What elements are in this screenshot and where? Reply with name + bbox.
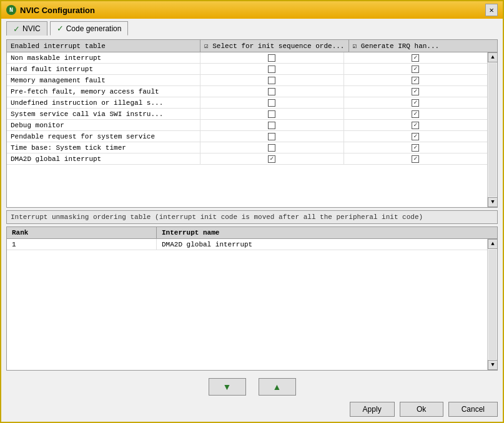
checkbox-select-3[interactable] (268, 88, 275, 95)
cell-generate-6[interactable] (344, 120, 488, 130)
cell-select-5[interactable] (200, 109, 344, 119)
cell-select-2[interactable] (200, 75, 344, 85)
tab-code-generation[interactable]: ✓ Code generation (50, 21, 129, 36)
cell-generate-4[interactable] (344, 97, 488, 108)
move-up-button[interactable]: ▲ (259, 378, 296, 396)
scroll-up-arrow[interactable]: ▲ (488, 52, 497, 62)
title-bar: N NVIC Configuration ✕ (1, 1, 503, 19)
ordering-scroll-thumb[interactable] (488, 250, 497, 359)
cell-name-1: Hard fault interrupt (7, 64, 200, 74)
table-row: Pre-fetch fault, memory access fault (7, 86, 487, 97)
ordering-cell-rank-0: 1 (7, 239, 157, 250)
checkbox-select-1[interactable] (268, 66, 275, 73)
cell-generate-3[interactable] (344, 86, 488, 97)
close-button[interactable]: ✕ (485, 4, 498, 16)
table-row: Memory management fault (7, 75, 487, 86)
table-row: System service call via SWI instru... (7, 109, 487, 120)
content-area: Enabled interrupt table ☑ Select for ini… (1, 36, 503, 374)
checkbox-select-2[interactable] (268, 77, 275, 84)
tab-code-label: Code generation (66, 24, 122, 33)
checkbox-generate-2[interactable] (412, 77, 419, 84)
checkbox-generate-6[interactable] (412, 122, 419, 129)
tab-nvic-label: NVIC (22, 24, 41, 33)
cell-name-9: DMA2D global interrupt (7, 153, 200, 164)
checkbox-select-4[interactable] (268, 99, 275, 107)
scroll-thumb[interactable] (488, 63, 497, 197)
table-row: Undefined instruction or illegal s... (7, 97, 487, 109)
checkbox-select-8[interactable] (268, 144, 275, 152)
table-row: Hard fault interrupt (7, 64, 487, 75)
cell-select-8[interactable] (200, 142, 344, 153)
tab-nvic[interactable]: ✓ NVIC (6, 21, 47, 36)
cell-generate-5[interactable] (344, 109, 488, 119)
table-row: Non maskable interrupt (7, 52, 487, 64)
cell-generate-2[interactable] (344, 75, 488, 85)
table-row: DMA2D global interrupt (7, 153, 487, 165)
cell-select-3[interactable] (200, 86, 344, 97)
cell-generate-7[interactable] (344, 131, 488, 142)
interrupt-table-section: Enabled interrupt table ☑ Select for ini… (6, 39, 498, 208)
ordering-row: 1 DMA2D global interrupt (7, 239, 487, 250)
cancel-button[interactable]: Cancel (448, 402, 498, 417)
move-down-button[interactable]: ▼ (209, 378, 246, 396)
checkbox-generate-4[interactable] (412, 99, 419, 107)
cell-select-4[interactable] (200, 97, 344, 108)
col-select: ☑ Select for init sequence orde... (200, 40, 349, 52)
checkbox-generate-8[interactable] (412, 144, 419, 152)
ordering-label: Interrupt unmasking ordering table (inte… (6, 210, 498, 224)
ordering-scroll-container: 1 DMA2D global interrupt ▲ ▼ (7, 239, 497, 370)
cell-select-1[interactable] (200, 64, 344, 74)
bottom-buttons-row: Apply Ok Cancel (1, 398, 503, 422)
ordering-scrollbar[interactable]: ▲ ▼ (487, 239, 497, 370)
table-scroll-container: Non maskable interrupt Hard fault interr… (7, 52, 497, 207)
cell-generate-8[interactable] (344, 142, 488, 153)
checkbox-generate-3[interactable] (412, 88, 419, 95)
checkbox-generate-9[interactable] (412, 155, 419, 163)
checkbox-generate-0[interactable] (412, 54, 419, 62)
window-icon: N (6, 5, 16, 15)
cell-name-3: Pre-fetch fault, memory access fault (7, 86, 200, 97)
cell-generate-9[interactable] (344, 153, 488, 164)
ordering-cell-name-0: DMA2D global interrupt (157, 239, 487, 250)
cell-name-6: Debug monitor (7, 120, 200, 130)
ok-button[interactable]: Ok (400, 402, 443, 417)
cell-name-7: Pendable request for system service (7, 131, 200, 142)
interrupt-table-body: Non maskable interrupt Hard fault interr… (7, 52, 487, 207)
checkbox-select-6[interactable] (268, 122, 275, 129)
col-generate: ☑ Generate IRQ han... (349, 40, 498, 52)
ordering-scroll-down[interactable]: ▼ (488, 360, 497, 370)
apply-button[interactable]: Apply (350, 402, 395, 417)
cell-select-7[interactable] (200, 131, 344, 142)
cell-name-8: Time base: System tick timer (7, 142, 200, 153)
checkbox-generate-7[interactable] (412, 133, 419, 140)
ordering-scroll-up[interactable]: ▲ (488, 239, 497, 249)
cell-name-4: Undefined instruction or illegal s... (7, 97, 200, 108)
checkbox-select-5[interactable] (268, 110, 275, 118)
checkbox-select-7[interactable] (268, 133, 275, 140)
checkbox-generate-5[interactable] (412, 110, 419, 118)
ordering-table-section: Rank Interrupt name 1 DMA2D global inter… (6, 226, 498, 371)
table-row: Debug monitor (7, 120, 487, 131)
cell-select-9[interactable] (200, 153, 344, 164)
cell-name-0: Non maskable interrupt (7, 52, 200, 63)
scroll-down-arrow[interactable]: ▼ (488, 197, 497, 207)
cell-select-0[interactable] (200, 52, 344, 63)
ordering-table-body: 1 DMA2D global interrupt (7, 239, 487, 370)
down-arrow-icon: ▼ (223, 382, 232, 392)
main-window: N NVIC Configuration ✕ ✓ NVIC ✓ Code gen… (0, 0, 504, 423)
up-arrow-icon: ▲ (273, 382, 282, 392)
tab-code-check: ✓ (57, 24, 64, 33)
cell-generate-0[interactable] (344, 52, 488, 63)
cell-generate-1[interactable] (344, 64, 488, 74)
checkbox-select-0[interactable] (268, 54, 275, 62)
checkbox-select-9[interactable] (268, 155, 275, 163)
window-title: NVIC Configuration (20, 6, 95, 15)
table-scrollbar[interactable]: ▲ ▼ (487, 52, 497, 207)
title-bar-left: N NVIC Configuration (6, 5, 95, 15)
cell-select-6[interactable] (200, 120, 344, 130)
checkbox-generate-1[interactable] (412, 66, 419, 73)
cell-name-2: Memory management fault (7, 75, 200, 85)
cell-name-5: System service call via SWI instru... (7, 109, 200, 119)
ordering-table-header: Rank Interrupt name (7, 227, 497, 239)
ordering-col-rank: Rank (7, 227, 157, 238)
